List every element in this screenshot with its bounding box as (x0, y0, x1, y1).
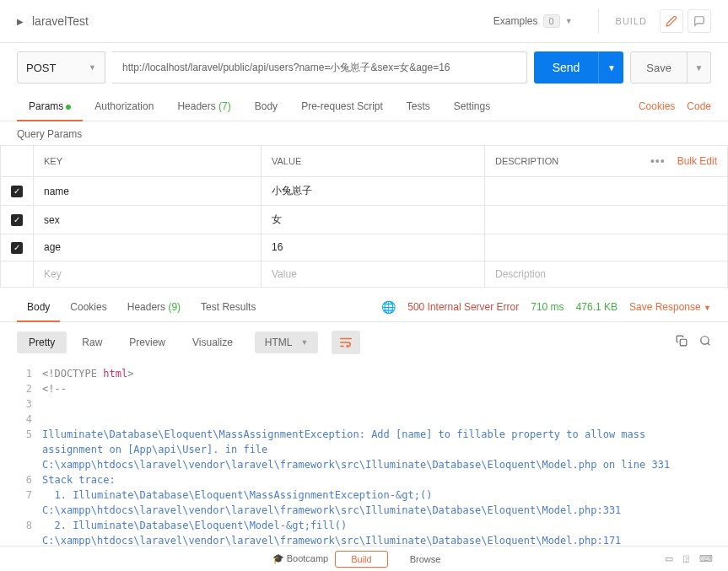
method-value: POST (26, 62, 56, 74)
tab-params[interactable]: Params (17, 92, 83, 121)
tab-settings[interactable]: Settings (442, 92, 502, 121)
panel-icon[interactable]: ▭ (665, 553, 673, 564)
resp-tab-headers[interactable]: Headers (9) (117, 293, 191, 321)
tab-body[interactable]: Body (243, 92, 289, 121)
checkbox-icon[interactable]: ✓ (11, 214, 23, 226)
comment-icon[interactable] (688, 9, 711, 33)
method-select[interactable]: POST ▼ (17, 51, 105, 83)
code-line: 3 (17, 396, 711, 412)
table-row[interactable]: ✓sex女 (1, 206, 728, 234)
keyboard-icon[interactable]: ⌨ (699, 553, 713, 564)
send-dropdown[interactable]: ▼ (598, 51, 623, 83)
code-line: 6Stack trace: (17, 472, 711, 488)
svg-rect-0 (680, 339, 687, 346)
param-key[interactable]: sex (34, 206, 262, 234)
query-params-label: Query Params (0, 121, 728, 145)
examples-dropdown[interactable]: Examples 0 ▼ (493, 14, 573, 28)
cookies-link[interactable]: Cookies (639, 100, 675, 112)
save-button[interactable]: Save (630, 51, 688, 83)
chevron-down-icon: ▼ (301, 338, 309, 347)
desc-header: DESCRIPTION (485, 146, 627, 177)
view-raw[interactable]: Raw (70, 331, 114, 353)
send-button[interactable]: Send (534, 51, 599, 83)
param-value[interactable]: 16 (262, 234, 485, 261)
line-number: 7 (17, 488, 42, 518)
bulk-edit-link[interactable]: Bulk Edit (677, 155, 717, 167)
view-preview[interactable]: Preview (117, 331, 177, 353)
examples-label: Examples (493, 15, 538, 27)
code-line: 8 2. Illuminate\Database\Eloquent\Model-… (17, 518, 711, 548)
wrap-lines-button[interactable] (332, 331, 360, 354)
line-number: 1 (17, 366, 42, 381)
key-input[interactable]: Key (34, 261, 262, 287)
save-response-dropdown[interactable]: Save Response ▼ (629, 301, 711, 313)
line-number: 3 (17, 396, 42, 412)
response-status: 500 Internal Server Error (407, 301, 519, 313)
desc-input[interactable]: Description (485, 261, 728, 287)
bootcamp-link[interactable]: 🎓 Bootcamp (272, 553, 329, 564)
response-size: 476.1 KB (576, 301, 617, 313)
response-time: 710 ms (531, 301, 564, 313)
format-select[interactable]: HTML ▼ (255, 331, 319, 353)
code-line: 7 1. Illuminate\Database\Eloquent\MassAs… (17, 488, 711, 518)
copy-icon[interactable] (676, 335, 688, 349)
table-row[interactable]: ✓name小兔崽子 (1, 177, 728, 206)
code-line: 2<!-- (17, 381, 711, 396)
footer-browse-button[interactable]: Browse (395, 552, 456, 567)
save-dropdown[interactable]: ▼ (688, 51, 711, 83)
line-number: 5 (17, 427, 42, 472)
help-icon[interactable]: ⍰ (683, 553, 689, 564)
divider (598, 8, 599, 34)
value-input[interactable]: Value (262, 261, 485, 287)
param-value[interactable]: 女 (262, 206, 485, 234)
more-icon[interactable]: ••• (650, 154, 666, 168)
param-desc[interactable] (485, 177, 728, 206)
param-key[interactable]: name (34, 177, 262, 206)
params-active-dot (66, 105, 71, 110)
request-title: laravelTest (32, 14, 493, 28)
resp-tab-cookies[interactable]: Cookies (60, 293, 116, 321)
response-code-area[interactable]: 1<!DOCTYPE html>2<!--345Illuminate\Datab… (0, 363, 728, 557)
checkbox-icon[interactable]: ✓ (11, 242, 23, 254)
svg-point-1 (701, 337, 709, 344)
examples-count: 0 (543, 14, 560, 28)
checkbox-icon[interactable]: ✓ (11, 186, 23, 197)
chevron-down-icon: ▼ (89, 63, 96, 72)
table-row-new[interactable]: KeyValueDescription (1, 261, 728, 287)
globe-icon[interactable]: 🌐 (381, 300, 396, 314)
code-link[interactable]: Code (687, 100, 711, 112)
tab-prerequest[interactable]: Pre-request Script (289, 92, 395, 121)
build-mode-button[interactable]: BUILD (607, 12, 655, 30)
code-line: 4 (17, 412, 711, 427)
line-number: 4 (17, 412, 42, 427)
tab-headers[interactable]: Headers (7) (165, 92, 242, 121)
param-desc[interactable] (485, 234, 728, 261)
param-desc[interactable] (485, 206, 728, 234)
footer-build-button[interactable]: Build (335, 551, 387, 568)
line-number: 8 (17, 518, 42, 548)
line-number: 6 (17, 472, 42, 488)
value-header: VALUE (262, 146, 485, 177)
table-row[interactable]: ✓age16 (1, 234, 728, 261)
param-key[interactable]: age (34, 234, 262, 261)
tab-authorization[interactable]: Authorization (83, 92, 165, 121)
code-line: 5Illuminate\Database\Eloquent\MassAssign… (17, 427, 711, 472)
key-header: KEY (34, 146, 262, 177)
url-input[interactable] (112, 51, 527, 83)
resp-tab-test-results[interactable]: Test Results (191, 293, 266, 321)
view-pretty[interactable]: Pretty (17, 331, 67, 353)
edit-icon[interactable] (660, 9, 683, 33)
line-number: 2 (17, 381, 42, 396)
checkbox-column-header (1, 146, 34, 177)
tab-tests[interactable]: Tests (395, 92, 442, 121)
param-value[interactable]: 小兔崽子 (262, 177, 485, 206)
code-line: 1<!DOCTYPE html> (17, 366, 711, 381)
collapse-toggle[interactable]: ▶ (17, 17, 24, 26)
svg-line-2 (708, 343, 710, 346)
search-icon[interactable] (699, 335, 711, 349)
view-visualize[interactable]: Visualize (181, 331, 245, 353)
resp-tab-body[interactable]: Body (17, 293, 60, 321)
format-value: HTML (265, 337, 293, 348)
